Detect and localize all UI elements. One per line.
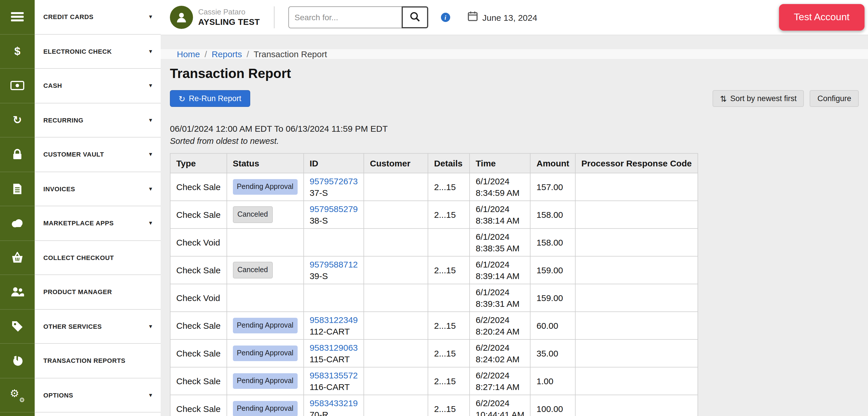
status-badge: Canceled (232, 206, 273, 223)
cell-customer (364, 395, 428, 416)
transaction-order-id: 70-R (309, 409, 358, 416)
time-clock: 10:44:41 AM (475, 409, 524, 416)
cell-id: 9583129063 115-CART (303, 340, 364, 367)
transaction-id-link[interactable]: 9583122349 (309, 314, 358, 326)
cell-customer (364, 284, 428, 312)
breadcrumb-link-reports[interactable]: Reports (212, 49, 242, 59)
status-badge: Pending Approval (232, 401, 297, 416)
breadcrumb-link-home[interactable]: Home (177, 49, 200, 59)
sidebar-item-marketplace-apps[interactable]: MARKETPLACE APPS▼ (0, 206, 161, 241)
sidebar-item-invoices[interactable]: INVOICES▼ (0, 172, 161, 206)
customer-vault-lock-icon (0, 137, 35, 172)
calendar-icon (467, 11, 477, 24)
cell-type: Check Sale (170, 173, 226, 201)
sidebar-item-transaction-reports[interactable]: TRANSACTION REPORTS (0, 344, 161, 378)
cell-details: 2...15 (428, 312, 469, 340)
info-icon[interactable]: i (441, 13, 450, 22)
cell-details: 2...15 (428, 256, 469, 284)
cell-customer (364, 312, 428, 340)
transaction-id-link[interactable]: 9579585279 (309, 203, 358, 215)
cell-customer (364, 367, 428, 395)
table-row: Check Sale Canceled 9579588712 39-S 2...… (170, 256, 698, 284)
sidebar-item-label: COLLECT CHECKOUT (43, 254, 114, 261)
configure-button[interactable]: Configure (810, 90, 859, 107)
search-button[interactable] (401, 6, 428, 28)
cell-customer (364, 228, 428, 256)
date-picker[interactable]: June 13, 2024 (467, 11, 537, 24)
user-info: Cassie Pataro AYSLING TEST (198, 7, 260, 27)
status-badge: Pending Approval (232, 179, 297, 195)
chevron-down-icon: ▼ (148, 152, 153, 157)
transaction-id-link[interactable]: 9579588712 (309, 259, 358, 270)
column-header-response: Processor Response Code (575, 153, 698, 173)
search-input[interactable] (288, 6, 401, 28)
transaction-order-id: 37-S (309, 187, 358, 198)
cell-type: Check Sale (170, 312, 226, 340)
search-group (288, 6, 428, 28)
cell-customer (364, 340, 428, 367)
cell-details (428, 284, 469, 312)
column-header-details: Details (428, 153, 469, 173)
time-date: 6/2/2024 (475, 314, 524, 326)
cell-time: 6/1/2024 8:38:35 AM (469, 228, 530, 256)
cell-status: Pending Approval (226, 367, 303, 395)
sidebar-item-options[interactable]: ⚙⚙ OPTIONS▼ (0, 378, 161, 413)
account-name: AYSLING TEST (198, 17, 260, 27)
time-clock: 8:24:02 AM (475, 353, 524, 364)
cell-response (575, 201, 698, 228)
table-row: Check Sale Pending Approval 9583129063 1… (170, 340, 698, 367)
table-row: Check Sale Canceled 9579585279 38-S 2...… (170, 201, 698, 228)
user-avatar[interactable] (170, 6, 193, 29)
cell-id: 9579588712 39-S (303, 256, 364, 284)
cell-type: Check Sale (170, 201, 226, 228)
cell-details: 2...15 (428, 395, 469, 416)
transaction-id-link[interactable]: 9583433219 (309, 397, 358, 409)
sidebar-item-product-manager[interactable]: PRODUCT MANAGER (0, 275, 161, 310)
sidebar-item-label: MARKETPLACE APPS (43, 220, 114, 227)
cell-status: Pending Approval (226, 173, 303, 201)
sidebar-item-label: CASH (43, 82, 62, 89)
chevron-down-icon: ▼ (148, 14, 153, 20)
sidebar-item-electronic-check[interactable]: $ ELECTRONIC CHECK▼ (0, 34, 161, 69)
transaction-order-id: 38-S (309, 215, 358, 226)
cell-time: 6/1/2024 8:38:14 AM (469, 201, 530, 228)
table-row: Check Sale Pending Approval 9579572673 3… (170, 173, 698, 201)
credit-cards-icon (0, 0, 35, 34)
cell-response (575, 256, 698, 284)
transaction-id-link[interactable]: 9579572673 (309, 175, 358, 187)
marketplace-cloud-icon (0, 206, 35, 241)
sidebar-item-collect-checkout[interactable]: COLLECT CHECKOUT (0, 241, 161, 275)
cell-status: Pending Approval (226, 340, 303, 367)
report-content: Transaction Report ↻ Re-Run Report ⇅ Sor… (161, 59, 868, 416)
time-date: 6/1/2024 (475, 287, 524, 298)
chevron-down-icon: ▼ (148, 186, 153, 192)
transaction-id-link[interactable]: 9583135572 (309, 370, 358, 381)
cash-icon (0, 69, 35, 103)
cell-details: 2...15 (428, 201, 469, 228)
rerun-report-button[interactable]: ↻ Re-Run Report (170, 90, 250, 107)
cell-status (226, 284, 303, 312)
cell-time: 6/1/2024 8:39:31 AM (469, 284, 530, 312)
cell-response (575, 340, 698, 367)
sidebar-item-customer-vault[interactable]: CUSTOMER VAULT▼ (0, 137, 161, 172)
status-badge: Pending Approval (232, 318, 297, 334)
test-account-button[interactable]: Test Account (779, 4, 865, 31)
sidebar-item-help[interactable]: ? HELP▼ (0, 413, 161, 416)
sidebar-item-label: OTHER SERVICES (43, 323, 102, 330)
time-date: 6/2/2024 (475, 397, 524, 409)
sidebar-item-other-services[interactable]: OTHER SERVICES▼ (0, 310, 161, 344)
status-badge: Canceled (232, 262, 273, 279)
sidebar-item-credit-cards[interactable]: CREDIT CARDS▼ (0, 0, 161, 34)
table-row: Check Sale Pending Approval 9583122349 1… (170, 312, 698, 340)
cell-type: Check Void (170, 228, 226, 256)
sidebar-item-label: RECURRING (43, 117, 84, 124)
transaction-id-link[interactable]: 9583129063 (309, 342, 358, 353)
time-clock: 8:38:14 AM (475, 215, 524, 226)
sidebar-item-cash[interactable]: CASH▼ (0, 69, 161, 103)
cell-customer (364, 256, 428, 284)
cell-status: Canceled (226, 256, 303, 284)
column-header-time: Time (469, 153, 530, 173)
sidebar-item-label: PRODUCT MANAGER (43, 289, 112, 295)
sort-button[interactable]: ⇅ Sort by newest first (713, 90, 804, 107)
sidebar-item-recurring[interactable]: ↻ RECURRING▼ (0, 103, 161, 137)
